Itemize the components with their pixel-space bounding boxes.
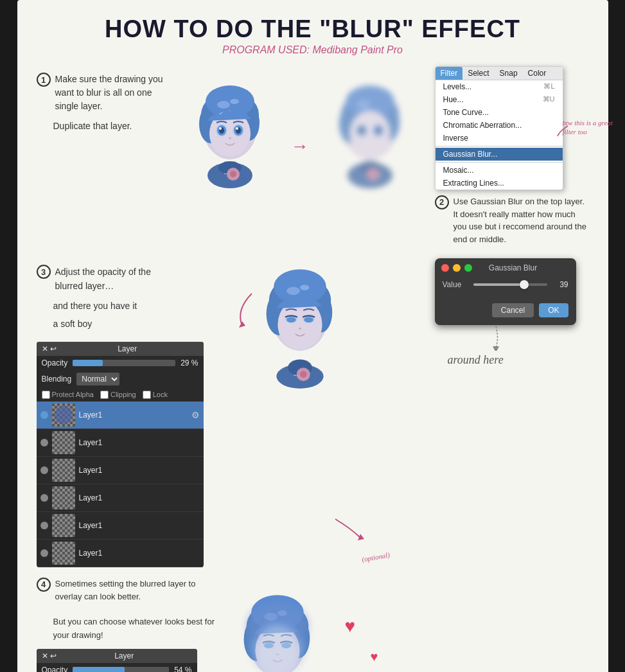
step1-text2: Duplicate that layer. xyxy=(53,119,165,133)
filter-divider xyxy=(436,146,563,146)
filter-divider2 xyxy=(436,162,563,163)
layer-thumb-5 xyxy=(52,514,75,537)
dialog-value-row: Value 39 xyxy=(443,280,568,289)
clipping-checkbox[interactable] xyxy=(100,391,109,399)
svg-point-55 xyxy=(286,317,296,323)
main-card: HOW TO DO THE "BLUR" EFFECT PROGRAM USED… xyxy=(17,0,608,672)
dialog-slider-fill xyxy=(473,283,522,286)
layer-thumb-3 xyxy=(52,459,75,482)
step1-circle: 1 xyxy=(37,73,51,87)
layer-eye-2 xyxy=(40,439,48,447)
filter-menu-tab-select[interactable]: Select xyxy=(462,67,494,80)
svg-point-45 xyxy=(300,371,306,377)
svg-marker-59 xyxy=(358,534,364,540)
step1-block: 1 Make sure the drawing you want to blur… xyxy=(37,66,165,133)
layer-thumb-1 xyxy=(52,403,75,427)
char-middle: (optional) xyxy=(172,252,428,567)
svg-marker-40 xyxy=(239,321,245,328)
opacity-label: Opacity xyxy=(42,358,68,367)
middle-left-block: 3 Adjust the opacity of the blurred laye… xyxy=(37,252,165,567)
top-section: 1 Make sure the drawing you want to blur… xyxy=(37,66,589,245)
filter-menu-tab-filter[interactable]: Filter xyxy=(436,67,463,80)
filter-item-hue[interactable]: Hue...⌘U xyxy=(436,93,563,106)
traffic-yellow[interactable] xyxy=(453,264,461,272)
step2-block: 2 Use Gaussian Blur on the top layer. It… xyxy=(435,195,589,245)
dialog-body: Value 39 xyxy=(435,272,576,303)
gaussian-dialog: Gaussian Blur Value 39 Cancel OK xyxy=(435,258,576,325)
arrow-right-1: → xyxy=(291,66,309,188)
dialog-value-number: 39 xyxy=(552,280,568,289)
char-blurred xyxy=(322,66,418,188)
step1-text1: Make sure the drawing you want to blur i… xyxy=(55,73,165,113)
dialog-ok-button[interactable]: OK xyxy=(539,303,568,317)
bottom-section: 4 Sometimes setting the blurred layer to… xyxy=(37,578,589,672)
filter-item-extracting-lines[interactable]: Extracting Lines... xyxy=(436,177,563,190)
opacity-bar-bottom[interactable] xyxy=(73,667,169,672)
svg-point-32 xyxy=(357,101,370,109)
step3-text2: and there you have it xyxy=(53,299,165,313)
opacity-value-bottom: 54 % xyxy=(174,666,191,672)
protect-alpha-checkbox[interactable] xyxy=(42,391,50,399)
dialog-cancel-button[interactable]: Cancel xyxy=(492,303,534,317)
heart-1: ♥ xyxy=(345,616,506,637)
lock-checkbox[interactable] xyxy=(143,391,151,399)
layer-panel-title: Layer xyxy=(118,344,137,353)
char-blur-overlay xyxy=(223,578,332,672)
traffic-green[interactable] xyxy=(464,264,472,272)
heart-2: ♥ xyxy=(371,650,506,664)
bottom-left-block: 4 Sometimes setting the blurred layer to… xyxy=(37,578,216,672)
filter-item-levels[interactable]: Levels...⌘L xyxy=(436,80,563,93)
arrow-optional xyxy=(332,516,364,542)
filter-item-inverse[interactable]: Inverse xyxy=(436,132,563,145)
layer-eye-4 xyxy=(40,494,48,502)
arrow-curved-1 xyxy=(229,290,255,329)
svg-point-26 xyxy=(370,171,376,177)
filter-menu-tab-snap[interactable]: Snap xyxy=(495,67,523,80)
layer-panel-icons: ✕ ↩ xyxy=(42,344,57,353)
btw-arrow xyxy=(556,125,569,137)
traffic-red[interactable] xyxy=(441,264,449,272)
filter-item-tone-curve[interactable]: Tone Curve... xyxy=(436,106,563,119)
svg-point-33 xyxy=(349,111,391,157)
dialog-traffic-lights: Gaussian Blur xyxy=(435,258,576,272)
svg-point-58 xyxy=(298,328,301,330)
opacity-fill-bottom xyxy=(73,667,125,672)
arrow-around-here xyxy=(486,325,506,351)
around-here-label: around here xyxy=(448,353,589,367)
filter-menu-tab-color[interactable]: Color xyxy=(523,67,552,80)
svg-point-39 xyxy=(376,127,381,134)
filter-menu: Filter Select Snap Color Levels...⌘L Hue… xyxy=(435,66,563,190)
opacity-bar[interactable] xyxy=(73,360,175,366)
svg-point-21 xyxy=(229,137,231,139)
step4-text2: But you can choose whatever looks best f… xyxy=(53,615,216,642)
optional-label: (optional) xyxy=(361,551,390,563)
step3-circle: 3 xyxy=(37,265,51,279)
layer-panel-bottom-title: Layer xyxy=(114,651,134,660)
filter-item-mosaic[interactable]: Mosaic... xyxy=(436,164,563,177)
char-illustrations-top: → xyxy=(172,66,428,188)
middle-section: 3 Adjust the opacity of the blurred laye… xyxy=(37,252,589,567)
filter-item-gaussian-blur[interactable]: Gaussian Blur... xyxy=(436,148,563,161)
filter-item-chromatic[interactable]: Chromatic Aberration... xyxy=(436,119,563,132)
step2-circle: 2 xyxy=(435,195,449,209)
dialog-title: Gaussian Blur xyxy=(476,263,550,272)
step4-circle: 4 xyxy=(37,578,51,592)
step4-text1: Sometimes setting the blurred layer to o… xyxy=(55,578,216,605)
penchuu-block: ♥ ♥ PENCHUU xyxy=(345,578,506,672)
layer-thumb-2 xyxy=(52,431,75,454)
layer-eye-6 xyxy=(40,549,48,557)
layer-eye-5 xyxy=(40,522,48,529)
step3-soft-boy: a soft boy xyxy=(53,317,165,331)
blending-label: Blending xyxy=(42,375,72,384)
blend-mode-select[interactable]: Normal xyxy=(76,373,119,385)
layer-opacity-row-bottom: Opacity 54 % xyxy=(37,663,197,672)
svg-point-10 xyxy=(217,101,230,109)
dialog-slider[interactable] xyxy=(473,283,547,286)
dialog-slider-thumb[interactable] xyxy=(520,280,529,289)
filter-menu-header: Filter Select Snap Color xyxy=(436,67,563,80)
step3-text1: Adjust the opacity of the blurred layer… xyxy=(55,265,165,294)
bottom-char-row: ♥ ♥ PENCHUU xyxy=(223,578,506,672)
page-title: HOW TO DO THE "BLUR" EFFECT xyxy=(37,15,589,43)
middle-right-block: Gaussian Blur Value 39 Cancel OK xyxy=(435,252,589,567)
svg-point-52 xyxy=(300,285,310,290)
